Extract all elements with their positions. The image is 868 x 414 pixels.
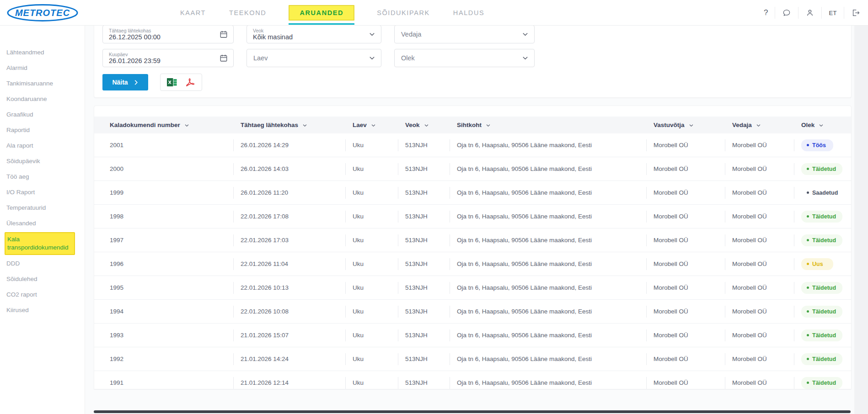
sort-chevron-down-icon[interactable] xyxy=(424,123,429,128)
column-header-tahtaeg-lahtekohas[interactable]: Tähtaeg lähtekohas xyxy=(233,122,345,128)
export-box xyxy=(160,74,202,91)
sort-chevron-down-icon[interactable] xyxy=(756,123,761,128)
sidebar-item-kiirused[interactable]: Kiirused xyxy=(0,303,85,318)
table-row[interactable]: 1993 21.01.2026 15:07 Uku 513NJH Oja tn … xyxy=(94,324,851,347)
cell-receiver: Morobell OÜ xyxy=(646,205,725,228)
logout-button[interactable] xyxy=(844,8,867,17)
cell-destination: Oja tn 6, Haapsalu, 90506 Lääne maakond,… xyxy=(450,324,646,347)
sort-chevron-down-icon[interactable] xyxy=(689,123,694,128)
sort-chevron-down-icon[interactable] xyxy=(819,123,824,128)
sidebar-item-raportid[interactable]: Raportid xyxy=(0,122,85,138)
cell-destination: Oja tn 6, Haapsalu, 90506 Lääne maakond,… xyxy=(450,228,646,252)
cell-ship: Uku xyxy=(345,228,398,252)
pdf-export-icon[interactable] xyxy=(185,77,196,88)
table-row[interactable]: 1998 22.01.2026 17:08 Uku 513NJH Oja tn … xyxy=(94,205,851,228)
status-text: Täidetud xyxy=(812,356,836,362)
table-row[interactable]: 1997 22.01.2026 17:03 Uku 513NJH Oja tn … xyxy=(94,228,851,252)
sidebar-item-temperatuurid[interactable]: Temperatuurid xyxy=(0,200,85,216)
cell-ship: Uku xyxy=(345,133,398,157)
table-row[interactable]: 1995 22.01.2026 10:13 Uku 513NJH Oja tn … xyxy=(94,276,851,300)
sidebar-item-ala-raport[interactable]: Ala raport xyxy=(0,138,85,154)
tab-haldus[interactable]: HALDUS xyxy=(452,5,485,21)
carrier-select[interactable]: Vedaja xyxy=(394,25,535,43)
logo-ellipse-icon: METROTEC xyxy=(6,4,79,22)
status-dot-icon xyxy=(807,382,809,384)
sort-chevron-down-icon[interactable] xyxy=(371,123,376,128)
cell-carrier: Morobell OÜ xyxy=(725,276,794,299)
cell-destination: Oja tn 6, Haapsalu, 90506 Lääne maakond,… xyxy=(450,276,646,299)
cell-carrier: Morobell OÜ xyxy=(725,324,794,347)
tab-teekond[interactable]: TEEKOND xyxy=(228,5,267,21)
column-header-sihtkoht[interactable]: Sihtkoht xyxy=(450,122,646,128)
date-from-field[interactable]: Tähtaeg lähtekohas 26.12.2025 00:00 xyxy=(102,25,234,43)
status-select[interactable]: Olek xyxy=(394,49,535,67)
cell-deadline: 21.01.2026 12:14 xyxy=(233,371,345,389)
column-header-vedaja[interactable]: Vedaja xyxy=(725,122,794,128)
table-row[interactable]: 2000 26.01.2026 14:03 Uku 513NJH Oja tn … xyxy=(94,157,851,181)
sidebar-item-graafikud[interactable]: Graafikud xyxy=(0,107,85,122)
cell-deadline: 22.01.2026 10:13 xyxy=(233,276,345,299)
main-content: Tähtaeg lähtekohas 26.12.2025 00:00 Veok… xyxy=(85,0,868,389)
help-button[interactable]: ? xyxy=(757,8,775,17)
sidebar-item-soidupaevik[interactable]: Sõidupäevik xyxy=(0,154,85,169)
help-icon: ? xyxy=(764,8,768,17)
table-row[interactable]: 1991 21.01.2026 12:14 Uku 513NJH Oja tn … xyxy=(94,371,851,389)
cell-document-number: 1995 xyxy=(94,276,233,299)
user-button[interactable] xyxy=(798,8,821,17)
vehicle-select[interactable]: Veok Kõik masinad xyxy=(246,25,381,43)
status-badge: Täidetud xyxy=(801,353,842,365)
tab-soidukipark[interactable]: SÕIDUKIPARK xyxy=(376,5,431,21)
cell-vehicle: 513NJH xyxy=(398,371,450,389)
sidebar-item-alarmid[interactable]: Alarmid xyxy=(0,60,85,76)
documents-table: Kaladokumendi numberTähtaeg lähtekohasLa… xyxy=(94,106,852,389)
date-to-field[interactable]: Kuupäev 26.01.2026 23:59 xyxy=(102,49,234,67)
status-badge: Täidetud xyxy=(801,306,842,318)
cell-vehicle: 513NJH xyxy=(398,133,450,157)
metrotec-logo[interactable]: METROTEC xyxy=(6,4,79,22)
chevron-down-icon xyxy=(369,31,375,38)
show-button[interactable]: Näita xyxy=(102,74,148,90)
sidebar-item-kala-transpordidokumendid[interactable]: Kala transpordidokumendid xyxy=(5,232,75,255)
tab-kaart[interactable]: KAART xyxy=(179,5,207,21)
cell-destination: Oja tn 6, Haapsalu, 90506 Lääne maakond,… xyxy=(450,371,646,389)
column-header-olek[interactable]: Olek xyxy=(794,122,851,128)
cell-carrier: Morobell OÜ xyxy=(725,371,794,389)
column-header-kaladokumendi-number[interactable]: Kaladokumendi number xyxy=(94,122,233,128)
cell-destination: Oja tn 6, Haapsalu, 90506 Lääne maakond,… xyxy=(450,252,646,276)
status-badge: Täidetud xyxy=(801,234,842,246)
language-button[interactable]: ET xyxy=(822,10,844,16)
horizontal-scrollbar[interactable] xyxy=(94,410,851,413)
column-header-veok[interactable]: Veok xyxy=(398,122,450,128)
calendar-icon[interactable] xyxy=(220,54,228,62)
table-row[interactable]: 2001 26.01.2026 14:29 Uku 513NJH Oja tn … xyxy=(94,133,851,157)
column-header-laev[interactable]: Laev xyxy=(345,122,398,128)
sort-chevron-down-icon[interactable] xyxy=(302,123,307,128)
column-header-vastuvotja[interactable]: Vastuvõtja xyxy=(646,122,725,128)
table-row[interactable]: 1994 22.01.2026 10:08 Uku 513NJH Oja tn … xyxy=(94,300,851,324)
sidebar-item-soidulehed[interactable]: Sõidulehed xyxy=(0,271,85,287)
table-row[interactable]: 1996 22.01.2026 11:04 Uku 513NJH Oja tn … xyxy=(94,252,851,276)
ship-select[interactable]: Laev xyxy=(246,49,381,67)
calendar-icon[interactable] xyxy=(220,30,228,38)
cell-status: Täidetud xyxy=(794,205,851,228)
sidebar-item-ddd[interactable]: DDD xyxy=(0,256,85,271)
vertical-scrollbar-gutter[interactable] xyxy=(854,26,868,414)
sidebar-item-i-o-raport[interactable]: I/O Raport xyxy=(0,185,85,200)
sidebar-item-tankimisaruanne[interactable]: Tankimisaruanne xyxy=(0,76,85,91)
show-button-label: Näita xyxy=(112,79,128,86)
chat-button[interactable] xyxy=(775,8,798,17)
table-row[interactable]: 1992 21.01.2026 14:24 Uku 513NJH Oja tn … xyxy=(94,347,851,371)
table-row[interactable]: 1999 26.01.2026 11:20 Uku 513NJH Oja tn … xyxy=(94,181,851,205)
tab-aruanded[interactable]: ARUANDED xyxy=(289,5,354,21)
sidebar-item-koondaruanne[interactable]: Koondaruanne xyxy=(0,91,85,107)
sidebar-item-co2-raport[interactable]: CO2 raport xyxy=(0,287,85,303)
excel-export-icon[interactable] xyxy=(166,77,177,88)
status-dot-icon xyxy=(807,358,809,360)
status-dot-icon xyxy=(807,287,809,289)
sort-chevron-down-icon[interactable] xyxy=(486,123,491,128)
cell-document-number: 1993 xyxy=(94,324,233,347)
sidebar-item-lahteandmed[interactable]: Lähteandmed xyxy=(0,45,85,60)
sidebar-item-too-aeg[interactable]: Töö aeg xyxy=(0,169,85,185)
sort-chevron-down-icon[interactable] xyxy=(184,123,189,128)
sidebar-item-ulesanded[interactable]: Ülesanded xyxy=(0,216,85,231)
